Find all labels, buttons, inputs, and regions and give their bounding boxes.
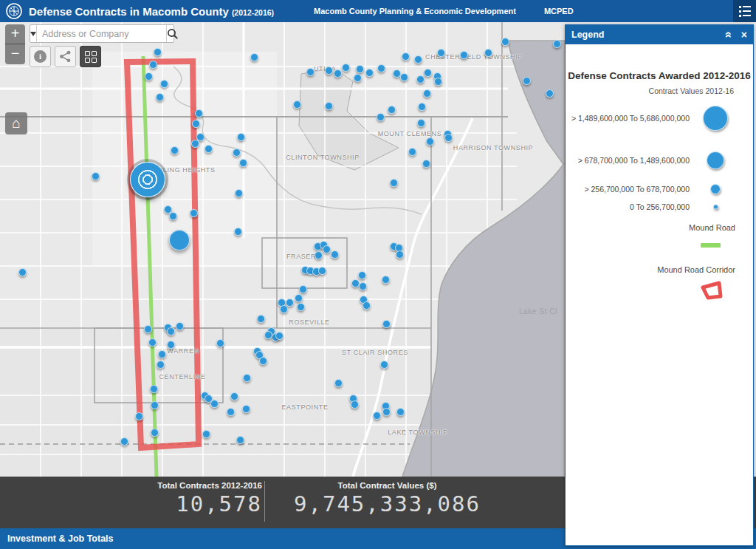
contract-dot[interactable] [390,179,398,187]
contract-dot[interactable] [216,339,224,347]
contract-dot[interactable] [280,305,288,313]
contract-dot[interactable] [167,341,175,349]
contract-dot[interactable] [264,331,272,339]
contract-dot[interactable] [396,408,405,416]
contract-dot[interactable] [377,64,385,72]
contract-dot[interactable] [418,103,426,111]
contract-dot[interactable] [334,379,343,387]
contract-dot[interactable] [325,67,333,75]
contract-dot[interactable] [160,80,168,88]
zoom-in-button[interactable]: + [5,24,25,44]
menu-list-icon[interactable] [733,0,756,22]
contract-dot[interactable] [323,245,331,253]
contract-dot[interactable] [359,282,367,290]
contract-dot[interactable] [396,250,404,259]
contract-dot[interactable] [546,89,554,98]
contract-dot[interactable] [210,400,219,408]
contract-dot[interactable] [306,68,315,76]
link-planning-dept[interactable]: Macomb County Planning & Economic Develo… [314,7,516,16]
contract-dot[interactable] [242,405,250,413]
contract-dot[interactable] [149,61,157,69]
contract-dot[interactable] [380,361,388,369]
contract-dot[interactable] [239,159,247,167]
contract-dot[interactable] [402,52,410,61]
contract-dot[interactable] [484,49,492,57]
search-button[interactable] [166,25,179,42]
contract-dot[interactable] [176,322,184,330]
contract-dot[interactable] [342,64,350,72]
contract-dot[interactable] [190,209,198,217]
contract-dot[interactable] [18,268,27,276]
contract-dot[interactable] [154,48,162,56]
contract-dot[interactable] [135,412,143,420]
contract-dot[interactable] [365,69,374,77]
home-extent-button[interactable]: ⌂ [5,112,27,134]
contract-dot[interactable] [351,279,360,287]
contract-dot[interactable] [325,102,333,110]
contract-marker-large[interactable] [169,230,190,250]
contract-dot[interactable] [422,160,430,168]
contract-dot[interactable] [424,69,432,77]
contract-marker-large[interactable] [130,162,165,197]
share-button[interactable] [55,46,76,67]
contract-dot[interactable] [145,72,153,81]
contract-dot[interactable] [408,148,416,156]
contract-dot[interactable] [393,69,401,78]
contract-dot[interactable] [205,145,213,153]
contract-dot[interactable] [373,412,381,420]
search-source-dropdown[interactable] [30,25,37,42]
contract-dot[interactable] [334,69,342,78]
contract-dot[interactable] [234,228,242,236]
contract-dot[interactable] [148,338,157,347]
contract-dot[interactable] [259,357,267,365]
contract-dot[interactable] [237,133,245,141]
contract-dot[interactable] [156,93,164,101]
contract-dot[interactable] [351,400,359,409]
link-mcped[interactable]: MCPED [544,7,574,16]
contract-dot[interactable] [414,55,422,64]
contract-dot[interactable] [318,267,326,275]
contract-dot[interactable] [358,271,366,279]
contract-dot[interactable] [275,332,284,340]
contract-dot[interactable] [382,320,391,328]
contract-dot[interactable] [382,408,391,416]
contract-dot[interactable] [293,100,301,109]
contract-dot[interactable] [167,327,175,335]
contract-dot[interactable] [227,408,235,416]
info-button[interactable]: i [30,46,51,67]
contract-dot[interactable] [434,78,442,86]
contract-dot[interactable] [230,392,238,400]
contract-dot[interactable] [501,38,509,46]
contract-dot[interactable] [297,303,305,311]
contract-dot[interactable] [354,74,362,82]
contract-dot[interactable] [150,385,158,393]
contract-dot[interactable] [151,429,159,437]
contract-dot[interactable] [158,350,166,358]
collapse-icon[interactable]: « [723,32,735,38]
close-icon[interactable]: × [741,30,747,40]
search-input[interactable] [37,25,166,42]
contract-dot[interactable] [460,51,468,59]
contract-dot[interactable] [362,301,371,310]
contract-dot[interactable] [331,250,339,259]
contract-dot[interactable] [382,276,390,284]
contract-dot[interactable] [243,374,251,382]
contract-dot[interactable] [233,149,241,157]
contract-dot[interactable] [377,113,385,121]
contract-dot[interactable] [417,119,425,127]
contract-dot[interactable] [400,73,408,81]
contract-dot[interactable] [169,212,177,220]
contract-dot[interactable] [235,189,243,197]
contract-dot[interactable] [553,40,561,48]
legend-header[interactable]: Legend « × [566,25,753,44]
contract-dot[interactable] [171,146,179,154]
contract-dot[interactable] [523,77,531,85]
contract-dot[interactable] [388,106,396,114]
contract-dot[interactable] [295,294,303,302]
contract-dot[interactable] [250,53,258,61]
contract-dot[interactable] [92,172,100,180]
zoom-out-button[interactable]: − [5,44,25,64]
contract-dot[interactable] [191,140,199,148]
contract-dot[interactable] [202,430,210,438]
contract-dot[interactable] [444,134,453,142]
